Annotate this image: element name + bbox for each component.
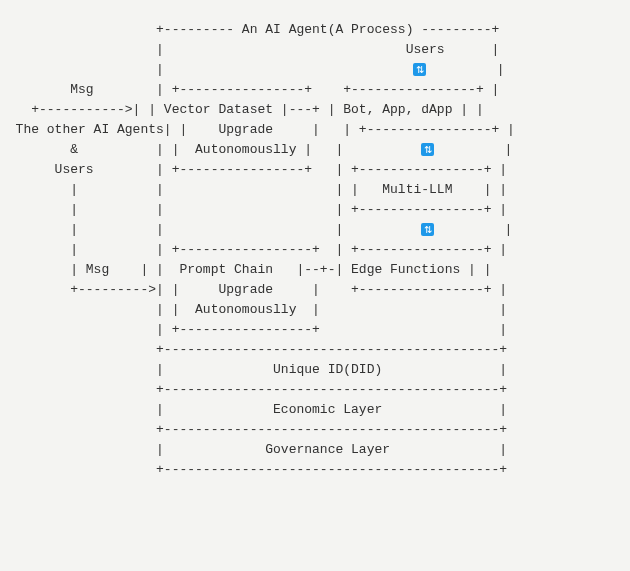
up-down-arrow-icon: ⇅ (421, 143, 434, 156)
up-down-arrow-icon: ⇅ (413, 63, 426, 76)
architecture-diagram: +--------- An AI Agent(A Process) ------… (0, 0, 630, 480)
up-down-arrow-icon: ⇅ (421, 223, 434, 236)
